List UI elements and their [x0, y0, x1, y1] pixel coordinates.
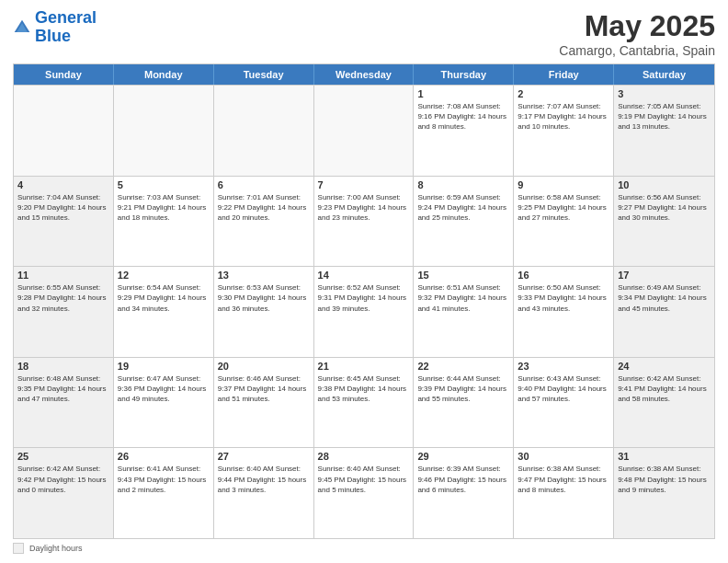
header: General Blue May 2025 Camargo, Cantabria…: [13, 9, 715, 58]
day-cell-2: 2Sunrise: 7:07 AM Sunset: 9:17 PM Daylig…: [514, 86, 614, 176]
day-number: 13: [218, 270, 310, 281]
day-info: Sunrise: 6:46 AM Sunset: 9:37 PM Dayligh…: [218, 373, 310, 405]
day-number: 9: [518, 179, 609, 190]
day-header-thursday: Thursday: [414, 64, 514, 85]
day-cell-21: 21Sunrise: 6:45 AM Sunset: 9:38 PM Dayli…: [314, 358, 415, 448]
day-number: 20: [218, 361, 310, 372]
day-header-tuesday: Tuesday: [214, 64, 314, 85]
main-title: May 2025: [559, 9, 715, 43]
day-info: Sunrise: 6:59 AM Sunset: 9:24 PM Dayligh…: [417, 192, 509, 224]
day-cell-4: 4Sunrise: 7:04 AM Sunset: 9:20 PM Daylig…: [14, 177, 114, 267]
logo-general: General: [35, 8, 97, 27]
day-info: Sunrise: 6:54 AM Sunset: 9:29 PM Dayligh…: [118, 282, 210, 314]
day-header-friday: Friday: [514, 64, 614, 85]
day-number: 19: [118, 361, 210, 372]
day-info: Sunrise: 6:38 AM Sunset: 9:48 PM Dayligh…: [618, 464, 711, 495]
day-number: 12: [118, 270, 210, 281]
day-info: Sunrise: 6:42 AM Sunset: 9:41 PM Dayligh…: [618, 373, 711, 405]
day-number: 11: [17, 270, 109, 281]
day-cell-8: 8Sunrise: 6:59 AM Sunset: 9:24 PM Daylig…: [414, 177, 514, 267]
day-number: 18: [17, 361, 109, 372]
day-number: 6: [218, 179, 310, 190]
day-cell-5: 5Sunrise: 7:03 AM Sunset: 9:21 PM Daylig…: [114, 177, 214, 267]
day-info: Sunrise: 7:05 AM Sunset: 9:19 PM Dayligh…: [618, 101, 711, 132]
day-info: Sunrise: 7:03 AM Sunset: 9:21 PM Dayligh…: [118, 192, 210, 224]
day-cell-16: 16Sunrise: 6:50 AM Sunset: 9:33 PM Dayli…: [514, 267, 614, 357]
day-cell-25: 25Sunrise: 6:42 AM Sunset: 9:42 PM Dayli…: [14, 448, 114, 538]
day-header-wednesday: Wednesday: [314, 64, 415, 85]
day-cell-9: 9Sunrise: 6:58 AM Sunset: 9:25 PM Daylig…: [514, 177, 614, 267]
empty-cell: [14, 86, 114, 176]
day-cell-20: 20Sunrise: 6:46 AM Sunset: 9:37 PM Dayli…: [214, 358, 314, 448]
day-info: Sunrise: 6:44 AM Sunset: 9:39 PM Dayligh…: [417, 373, 509, 405]
day-header-saturday: Saturday: [614, 64, 714, 85]
day-cell-18: 18Sunrise: 6:48 AM Sunset: 9:35 PM Dayli…: [14, 358, 114, 448]
day-number: 29: [417, 451, 509, 462]
calendar: SundayMondayTuesdayWednesdayThursdayFrid…: [13, 63, 715, 539]
day-number: 14: [318, 270, 410, 281]
empty-cell: [314, 86, 415, 176]
day-info: Sunrise: 7:00 AM Sunset: 9:23 PM Dayligh…: [318, 192, 410, 224]
day-info: Sunrise: 6:47 AM Sunset: 9:36 PM Dayligh…: [118, 373, 210, 405]
calendar-row-5: 25Sunrise: 6:42 AM Sunset: 9:42 PM Dayli…: [14, 447, 714, 538]
day-cell-13: 13Sunrise: 6:53 AM Sunset: 9:30 PM Dayli…: [214, 267, 314, 357]
day-cell-6: 6Sunrise: 7:01 AM Sunset: 9:22 PM Daylig…: [214, 177, 314, 267]
day-number: 22: [417, 361, 509, 372]
day-info: Sunrise: 7:01 AM Sunset: 9:22 PM Dayligh…: [218, 192, 310, 224]
day-number: 25: [17, 451, 109, 462]
day-number: 30: [518, 451, 609, 462]
day-cell-28: 28Sunrise: 6:40 AM Sunset: 9:45 PM Dayli…: [314, 448, 415, 538]
day-cell-26: 26Sunrise: 6:41 AM Sunset: 9:43 PM Dayli…: [114, 448, 214, 538]
day-header-monday: Monday: [114, 64, 214, 85]
day-info: Sunrise: 6:45 AM Sunset: 9:38 PM Dayligh…: [318, 373, 410, 405]
calendar-row-4: 18Sunrise: 6:48 AM Sunset: 9:35 PM Dayli…: [14, 357, 714, 448]
day-info: Sunrise: 6:55 AM Sunset: 9:28 PM Dayligh…: [17, 282, 109, 314]
day-number: 5: [118, 179, 210, 190]
day-cell-31: 31Sunrise: 6:38 AM Sunset: 9:48 PM Dayli…: [614, 448, 714, 538]
day-number: 24: [618, 361, 711, 372]
calendar-header: SundayMondayTuesdayWednesdayThursdayFrid…: [14, 64, 714, 85]
day-cell-24: 24Sunrise: 6:42 AM Sunset: 9:41 PM Dayli…: [614, 358, 714, 448]
day-number: 1: [417, 88, 509, 99]
day-cell-15: 15Sunrise: 6:51 AM Sunset: 9:32 PM Dayli…: [414, 267, 514, 357]
page: General Blue May 2025 Camargo, Cantabria…: [0, 0, 728, 563]
day-info: Sunrise: 6:43 AM Sunset: 9:40 PM Dayligh…: [518, 373, 609, 405]
day-info: Sunrise: 6:40 AM Sunset: 9:44 PM Dayligh…: [218, 464, 310, 495]
day-number: 26: [118, 451, 210, 462]
shaded-box: [13, 543, 24, 554]
day-cell-27: 27Sunrise: 6:40 AM Sunset: 9:44 PM Dayli…: [214, 448, 314, 538]
day-info: Sunrise: 6:50 AM Sunset: 9:33 PM Dayligh…: [518, 282, 609, 314]
day-header-sunday: Sunday: [14, 64, 114, 85]
day-info: Sunrise: 6:53 AM Sunset: 9:30 PM Dayligh…: [218, 282, 310, 314]
title-block: May 2025 Camargo, Cantabria, Spain: [559, 9, 715, 58]
day-info: Sunrise: 7:08 AM Sunset: 9:16 PM Dayligh…: [417, 101, 509, 132]
day-info: Sunrise: 7:04 AM Sunset: 9:20 PM Dayligh…: [17, 192, 109, 224]
day-info: Sunrise: 6:48 AM Sunset: 9:35 PM Dayligh…: [17, 373, 109, 405]
day-cell-7: 7Sunrise: 7:00 AM Sunset: 9:23 PM Daylig…: [314, 177, 415, 267]
day-info: Sunrise: 6:56 AM Sunset: 9:27 PM Dayligh…: [618, 192, 711, 224]
day-info: Sunrise: 7:07 AM Sunset: 9:17 PM Dayligh…: [518, 101, 609, 132]
day-number: 23: [518, 361, 609, 372]
day-number: 2: [518, 88, 609, 99]
day-number: 28: [318, 451, 410, 462]
day-cell-17: 17Sunrise: 6:49 AM Sunset: 9:34 PM Dayli…: [614, 267, 714, 357]
day-number: 15: [417, 270, 509, 281]
day-info: Sunrise: 6:42 AM Sunset: 9:42 PM Dayligh…: [17, 464, 109, 495]
day-number: 27: [218, 451, 310, 462]
day-number: 7: [318, 179, 410, 190]
day-number: 17: [618, 270, 711, 281]
day-info: Sunrise: 6:51 AM Sunset: 9:32 PM Dayligh…: [417, 282, 509, 314]
logo-blue: Blue: [35, 27, 71, 45]
day-cell-12: 12Sunrise: 6:54 AM Sunset: 9:29 PM Dayli…: [114, 267, 214, 357]
day-info: Sunrise: 6:38 AM Sunset: 9:47 PM Dayligh…: [518, 464, 609, 495]
day-info: Sunrise: 6:41 AM Sunset: 9:43 PM Dayligh…: [118, 464, 210, 495]
calendar-body: 1Sunrise: 7:08 AM Sunset: 9:16 PM Daylig…: [14, 85, 714, 538]
calendar-row-2: 4Sunrise: 7:04 AM Sunset: 9:20 PM Daylig…: [14, 176, 714, 267]
logo: General Blue: [13, 9, 97, 46]
day-number: 31: [618, 451, 711, 462]
footer-label: Daylight hours: [29, 544, 83, 553]
day-info: Sunrise: 6:52 AM Sunset: 9:31 PM Dayligh…: [318, 282, 410, 314]
day-number: 4: [17, 179, 109, 190]
day-cell-30: 30Sunrise: 6:38 AM Sunset: 9:47 PM Dayli…: [514, 448, 614, 538]
calendar-row-3: 11Sunrise: 6:55 AM Sunset: 9:28 PM Dayli…: [14, 266, 714, 357]
